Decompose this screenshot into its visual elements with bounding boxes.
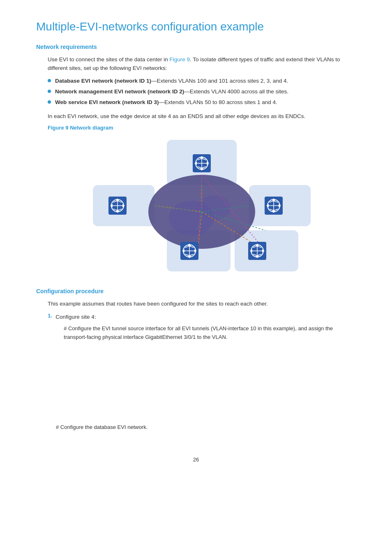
router-site3 <box>265 197 283 215</box>
network-diagram <box>48 136 356 276</box>
config-procedure-heading: Configuration procedure <box>36 288 356 294</box>
list-item-web-bold: Web service EVI network (network ID 3) <box>55 99 159 105</box>
network-requirements-body: Use EVI to connect the sites of the data… <box>48 55 356 276</box>
evi-network-list: Database EVI network (network ID 1)—Exte… <box>48 77 356 107</box>
page-number: 26 <box>36 457 356 463</box>
list-item-mgmt-rest: —Extends VLAN 4000 across all the sites. <box>184 88 288 95</box>
svg-point-7 <box>198 195 231 220</box>
list-item-web: Web service EVI network (network ID 3)—E… <box>48 98 356 107</box>
network-requirements-closing: In each EVI network, use the edge device… <box>48 112 356 121</box>
bullet-icon <box>48 79 51 82</box>
network-requirements-section: Network requirements Use EVI to connect … <box>36 44 356 276</box>
figure9-label: Figure 9 Network diagram <box>48 125 356 131</box>
network-requirements-heading: Network requirements <box>36 44 356 50</box>
code-note2: # Configure the database EVI network. <box>56 423 356 432</box>
config-procedure-body: This example assumes that routes have be… <box>48 299 356 432</box>
list-item-db-bold: Database EVI network (network ID 1) <box>55 78 151 84</box>
figure9-link[interactable]: Figure 9 <box>169 56 190 63</box>
router-site4a <box>180 242 198 260</box>
code-block-spacer <box>48 346 356 420</box>
list-item-web-text: Web service EVI network (network ID 3)—E… <box>55 98 277 107</box>
list-item-web-rest: —Extends VLANs 50 to 80 across sites 1 a… <box>159 99 277 105</box>
list-item-mgmt-text: Network management EVI network (network … <box>55 88 288 96</box>
config-step1: 1. Configure site 4: # Configure the EVI… <box>48 313 356 342</box>
step1-content: Configure site 4: # Configure the EVI tu… <box>55 313 356 342</box>
list-item-db-rest: —Extends VLANs 100 and 101 across sites … <box>151 78 288 84</box>
svg-rect-4 <box>235 230 298 271</box>
config-procedure-intro: This example assumes that routes have be… <box>48 299 356 308</box>
diagram-svg <box>87 136 317 276</box>
list-item-db-text: Database EVI network (network ID 1)—Exte… <box>55 77 288 85</box>
step1-subnote: # Configure the EVI tunnel source interf… <box>64 324 356 342</box>
router-site2 <box>108 197 127 215</box>
network-requirements-intro: Use EVI to connect the sites of the data… <box>48 55 356 73</box>
page-title: Multiple-EVI-networks configuration exam… <box>36 20 356 34</box>
list-item-mgmt: Network management EVI network (network … <box>48 88 356 96</box>
bullet-icon <box>48 90 51 93</box>
router-site4b <box>248 242 266 260</box>
step1-number: 1. <box>48 313 52 342</box>
page: Multiple-EVI-networks configuration exam… <box>0 0 392 482</box>
config-procedure-section: Configuration procedure This example ass… <box>36 288 356 432</box>
router-site1 <box>193 154 211 172</box>
step1-label: Configure site 4: <box>55 314 96 320</box>
list-item-mgmt-bold: Network management EVI network (network … <box>55 88 184 95</box>
list-item-db: Database EVI network (network ID 1)—Exte… <box>48 77 356 85</box>
bullet-icon <box>48 100 51 104</box>
